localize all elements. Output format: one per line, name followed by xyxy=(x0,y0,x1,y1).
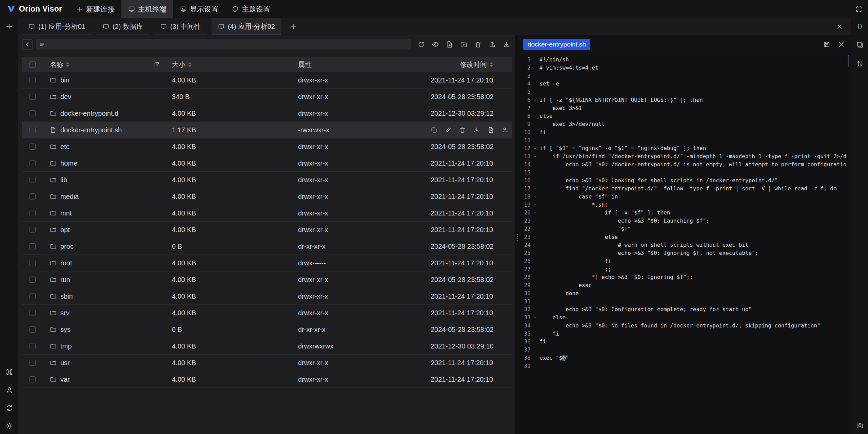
tab-4[interactable]: (4) 应用-分析02 xyxy=(212,18,281,35)
table-row[interactable]: etc4.00 KBdrwxr-xr-x2024-05-28 23:58:02 xyxy=(22,138,512,155)
row-checkbox[interactable] xyxy=(29,227,36,233)
trash-icon[interactable] xyxy=(459,127,466,133)
file-name[interactable]: proc xyxy=(60,243,74,250)
file-name[interactable]: sys xyxy=(60,326,71,334)
file-name[interactable]: lib xyxy=(60,176,67,184)
copy-icon[interactable] xyxy=(431,127,437,133)
file-name[interactable]: tmp xyxy=(60,342,72,350)
file-name[interactable]: etc xyxy=(60,143,70,151)
panel-splitter[interactable] xyxy=(515,35,518,434)
plus-icon[interactable] xyxy=(5,22,13,31)
eye-icon[interactable] xyxy=(432,41,439,48)
fold-icon[interactable] xyxy=(531,233,539,241)
row-checkbox[interactable] xyxy=(29,293,36,299)
file-name[interactable]: usr xyxy=(60,359,70,367)
table-row[interactable]: bin4.00 KBdrwxr-xr-x2021-11-24 17:20:10 xyxy=(22,72,512,89)
edit-icon[interactable] xyxy=(445,127,452,133)
menu-item-host-terminal[interactable]: 主机终端 xyxy=(121,0,173,18)
row-checkbox[interactable] xyxy=(29,260,36,266)
close-panel-icon[interactable] xyxy=(836,23,843,30)
user-icon[interactable] xyxy=(5,386,13,394)
row-checkbox[interactable] xyxy=(29,177,36,183)
row-checkbox[interactable] xyxy=(29,343,36,349)
file-name[interactable]: root xyxy=(60,259,72,267)
fold-icon[interactable] xyxy=(531,144,539,152)
fold-icon[interactable] xyxy=(531,152,539,161)
upload-icon[interactable] xyxy=(489,41,496,48)
row-checkbox[interactable] xyxy=(29,127,36,133)
table-row[interactable]: mnt4.00 KBdrwxr-xr-x2021-11-24 17:20:10 xyxy=(22,205,512,222)
filter-icon[interactable] xyxy=(154,61,160,68)
row-checkbox[interactable] xyxy=(29,243,36,249)
column-header-size[interactable]: 大小 xyxy=(165,60,291,69)
row-checkbox[interactable] xyxy=(29,110,36,116)
row-checkbox[interactable] xyxy=(29,277,36,283)
row-checkbox[interactable] xyxy=(29,77,36,83)
select-all-checkbox[interactable] xyxy=(29,61,36,68)
table-row[interactable]: sys0 Bdr-xr-xr-x2024-05-28 23:58:02 xyxy=(22,321,512,338)
fold-icon[interactable] xyxy=(531,201,539,209)
camera-icon[interactable] xyxy=(856,422,864,429)
menu-item-display-settings[interactable]: 显示设置 xyxy=(173,0,225,18)
file-name[interactable]: opt xyxy=(60,226,70,234)
sort-icon[interactable] xyxy=(66,62,70,67)
menu-item-theme-settings[interactable]: 主题设置 xyxy=(225,0,277,18)
sync-icon[interactable] xyxy=(5,404,13,412)
table-row[interactable]: sbin4.00 KBdrwxr-xr-x2021-11-24 17:20:10 xyxy=(22,288,512,305)
table-row[interactable]: run4.00 KBdrwxr-xr-x2024-05-28 23:58:02 xyxy=(22,271,512,288)
layers-icon[interactable] xyxy=(856,41,864,49)
fold-icon[interactable] xyxy=(531,96,539,104)
braces-icon[interactable]: {} xyxy=(856,22,864,30)
sort-icon[interactable] xyxy=(188,62,192,67)
table-row[interactable]: usr4.00 KBdrwxr-xr-x2021-11-24 17:20:10 xyxy=(22,355,512,371)
fold-icon[interactable] xyxy=(531,193,539,201)
file-name[interactable]: docker-entrypoint.d xyxy=(60,110,118,117)
file-name[interactable]: dev xyxy=(60,93,71,101)
row-checkbox[interactable] xyxy=(29,376,36,382)
editor-close-icon[interactable] xyxy=(838,41,845,48)
tab-2[interactable]: (2) 数据库 xyxy=(96,18,150,35)
file-tag[interactable]: docker-entrypoint.sh xyxy=(523,39,590,50)
table-row[interactable]: dev340 Bdrwxr-xr-x2024-05-28 23:58:02 xyxy=(22,89,512,105)
table-row[interactable]: srv4.00 KBdrwxr-xr-x2021-11-24 17:20:10 xyxy=(22,305,512,321)
file-name[interactable]: bin xyxy=(60,76,70,84)
folder-plus-icon[interactable] xyxy=(460,41,468,48)
splitter-grip-icon[interactable] xyxy=(516,234,518,241)
table-row[interactable]: media4.00 KBdrwxr-xr-x2021-11-24 17:20:1… xyxy=(22,188,512,205)
file-name[interactable]: home xyxy=(60,159,77,167)
back-button[interactable] xyxy=(22,39,33,50)
refresh-icon[interactable] xyxy=(417,41,425,48)
permission-icon[interactable] xyxy=(502,127,509,133)
trash-icon[interactable] xyxy=(474,41,482,48)
row-checkbox[interactable] xyxy=(29,144,36,150)
table-row[interactable]: opt4.00 KBdrwxr-xr-x2021-11-24 17:20:10 xyxy=(22,222,512,238)
row-checkbox[interactable] xyxy=(29,160,36,166)
menu-item-new-connection[interactable]: 新建连接 xyxy=(70,0,121,18)
row-checkbox[interactable] xyxy=(29,310,36,316)
fullscreen-icon[interactable] xyxy=(855,5,863,13)
sort-icon[interactable] xyxy=(490,62,493,67)
tab-1[interactable]: (1) 应用-分析01 xyxy=(22,18,92,35)
transfer-icon[interactable] xyxy=(856,60,864,67)
file-name[interactable]: run xyxy=(60,276,70,284)
file-name[interactable]: sbin xyxy=(60,293,73,300)
table-row[interactable]: home4.00 KBdrwxr-xr-x2021-11-24 17:20:10 xyxy=(22,155,512,172)
fold-icon[interactable] xyxy=(531,209,539,217)
file-move-icon[interactable] xyxy=(488,127,494,133)
file-name[interactable]: var xyxy=(60,376,70,383)
fold-icon[interactable] xyxy=(531,314,539,322)
table-row[interactable]: root4.00 KBdrwx------2021-11-24 17:20:10 xyxy=(22,255,512,271)
table-row[interactable]: var4.00 KBdrwxr-xr-x2021-11-24 17:20:10 xyxy=(22,371,512,388)
download-icon[interactable] xyxy=(473,127,480,133)
column-header-name[interactable]: 名称 xyxy=(43,60,165,69)
row-checkbox[interactable] xyxy=(29,193,36,200)
save-icon[interactable] xyxy=(823,41,830,48)
code-editor[interactable]: 1#!/bin/sh2# vim:sw=4:ts=4:et34set -e56i… xyxy=(518,54,851,434)
settings-icon[interactable] xyxy=(5,422,13,430)
file-plus-icon[interactable] xyxy=(446,41,453,48)
column-header-mtime[interactable]: 修改时间 xyxy=(431,60,512,69)
tab-3[interactable]: (3) 中间件 xyxy=(154,18,207,35)
table-row[interactable]: docker-entrypoint.sh1.17 KB-rwxrwxr-x xyxy=(22,122,512,138)
fold-icon[interactable] xyxy=(531,185,539,193)
row-checkbox[interactable] xyxy=(29,360,36,366)
